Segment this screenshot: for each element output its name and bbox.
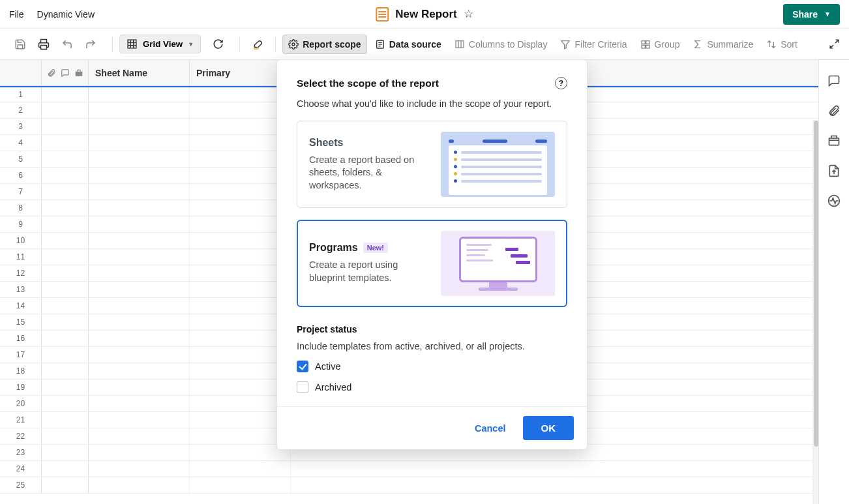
highlight-icon <box>252 38 263 50</box>
group-label: Group <box>655 39 680 50</box>
rail-attachments-icon[interactable] <box>827 104 841 117</box>
row-number: 5 <box>0 151 42 167</box>
svg-rect-23 <box>829 138 839 145</box>
print-icon <box>38 38 50 50</box>
sort-label: Sort <box>781 39 797 50</box>
sort-button[interactable]: Sort <box>761 35 803 53</box>
svg-rect-16 <box>642 40 645 44</box>
svg-rect-17 <box>646 40 649 44</box>
briefcase-icon <box>74 68 83 78</box>
active-checkbox[interactable] <box>297 361 308 372</box>
share-label: Share <box>792 9 818 20</box>
row-number: 18 <box>0 363 42 379</box>
highlight-button[interactable] <box>246 35 269 54</box>
rail-export-icon[interactable] <box>827 164 841 177</box>
project-status-label: Project status <box>297 324 567 334</box>
svg-rect-0 <box>41 45 47 49</box>
report-scope-popover: Select the scope of the report ? Choose … <box>276 59 588 450</box>
view-label: Grid View <box>143 39 183 49</box>
gear-icon <box>288 39 299 50</box>
ok-button[interactable]: OK <box>523 416 574 440</box>
svg-rect-22 <box>75 71 82 76</box>
menu-bar: File Dynamic View <box>9 9 95 20</box>
row-number: 14 <box>0 298 42 314</box>
svg-rect-1 <box>128 40 136 48</box>
row-number: 15 <box>0 314 42 330</box>
vertical-scrollbar[interactable] <box>812 120 818 504</box>
data-source-icon <box>375 39 385 50</box>
column-header-sheet-name[interactable]: Sheet Name <box>89 60 190 85</box>
row-number: 6 <box>0 168 42 183</box>
row-indicator-header <box>42 60 89 85</box>
cancel-button[interactable]: Cancel <box>468 418 513 439</box>
data-source-button[interactable]: Data source <box>370 35 447 53</box>
columns-icon <box>454 39 465 50</box>
undo-icon <box>61 38 73 50</box>
svg-point-7 <box>292 43 295 46</box>
popover-subtitle: Choose what you'd like to include in the… <box>297 98 567 109</box>
column-header-primary[interactable]: Primary <box>190 60 291 85</box>
columns-button[interactable]: Columns to Display <box>449 35 553 53</box>
row-number: 19 <box>0 379 42 395</box>
filter-button[interactable]: Filter Criteria <box>555 35 632 53</box>
table-row[interactable]: 24 <box>0 461 818 477</box>
rail-comments-icon[interactable] <box>827 74 841 87</box>
print-button[interactable] <box>33 35 55 54</box>
row-number: 21 <box>0 412 42 428</box>
table-row[interactable]: 25 <box>0 477 818 494</box>
row-number: 25 <box>0 477 42 493</box>
group-button[interactable]: Group <box>635 35 685 53</box>
caret-down-icon: ▼ <box>188 41 194 48</box>
archived-checkbox[interactable] <box>297 381 308 393</box>
scope-option-sheets[interactable]: Sheets Create a report based on sheets, … <box>297 121 567 208</box>
svg-rect-25 <box>831 136 837 138</box>
data-source-label: Data source <box>389 39 441 50</box>
save-button[interactable] <box>9 35 31 54</box>
new-badge: New! <box>363 243 388 253</box>
summarize-button[interactable]: Summarize <box>687 35 758 53</box>
report-scope-button[interactable]: Report scope <box>282 35 366 54</box>
filter-label: Filter Criteria <box>574 39 627 50</box>
menu-file[interactable]: File <box>9 9 24 20</box>
active-label: Active <box>315 361 341 372</box>
svg-rect-19 <box>646 45 649 48</box>
svg-rect-18 <box>642 45 645 48</box>
sheets-desc: Create a report based on sheets, folders… <box>309 154 430 192</box>
row-number: 8 <box>0 200 42 216</box>
row-number: 11 <box>0 249 42 265</box>
programs-desc: Create a report using blueprint template… <box>309 259 430 284</box>
document-title-area: New Report ☆ <box>376 7 473 22</box>
favorite-star-icon[interactable]: ☆ <box>464 7 473 21</box>
rail-activity-icon[interactable] <box>827 194 841 207</box>
row-number: 24 <box>0 461 42 477</box>
scope-option-programs[interactable]: Programs New! Create a report using blue… <box>297 220 567 307</box>
programs-title: Programs <box>309 242 358 254</box>
report-scope-label: Report scope <box>303 39 361 50</box>
attachment-icon <box>47 68 56 78</box>
row-number: 3 <box>0 119 42 134</box>
filter-icon <box>560 39 571 50</box>
undo-button[interactable] <box>56 35 78 54</box>
group-icon <box>640 39 651 50</box>
summarize-label: Summarize <box>707 39 753 50</box>
popover-title: Select the scope of the report <box>297 78 439 89</box>
programs-illustration <box>441 231 555 296</box>
sheets-title: Sheets <box>309 137 430 149</box>
expand-button[interactable] <box>825 35 844 53</box>
row-number: 7 <box>0 184 42 200</box>
document-title[interactable]: New Report <box>395 8 456 21</box>
help-icon[interactable]: ? <box>555 77 567 89</box>
redo-button[interactable] <box>80 35 102 54</box>
rail-panel-icon[interactable] <box>827 134 841 147</box>
refresh-button[interactable] <box>207 35 229 53</box>
redo-icon <box>85 38 97 50</box>
share-button[interactable]: Share ▼ <box>783 4 840 25</box>
svg-marker-15 <box>561 40 569 48</box>
toolbar: Grid View ▼ Report scope Data source Col… <box>0 29 849 60</box>
row-number: 12 <box>0 265 42 281</box>
menu-dynamic-view[interactable]: Dynamic View <box>37 9 95 20</box>
view-switcher[interactable]: Grid View ▼ <box>119 35 201 53</box>
svg-line-20 <box>835 40 839 43</box>
svg-line-21 <box>830 45 833 48</box>
comment-icon <box>61 68 70 78</box>
